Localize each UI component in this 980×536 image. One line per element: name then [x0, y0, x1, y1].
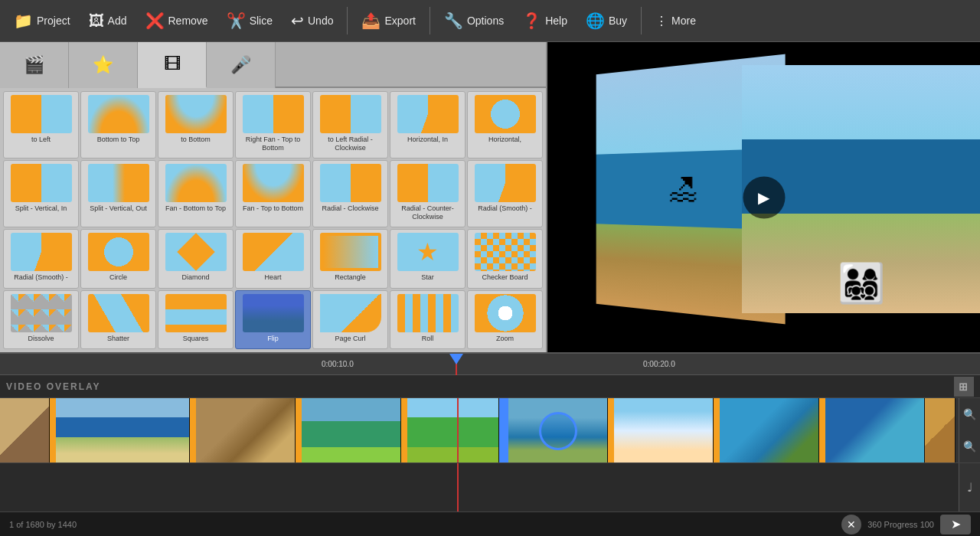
transition-horiz-in[interactable]: Horizontal, In	[390, 91, 466, 159]
playhead-handle[interactable]	[449, 354, 463, 364]
transition-flip[interactable]: Flip	[235, 290, 311, 349]
clip-4[interactable]	[302, 398, 401, 463]
transition-horiz-out[interactable]: Horizontal,	[467, 91, 543, 159]
timeline-ruler: 0:00:10.0 0:00:20.0 0:00:10.00:00:20.0	[0, 354, 980, 375]
transition-radial-ccw[interactable]: Radial - Counter-Clockwise	[390, 160, 466, 227]
transition-to-left-radial[interactable]: to Left Radial - Clockwise	[312, 91, 388, 159]
transition-to-left[interactable]: to Left	[3, 91, 79, 159]
buy-icon: 🌐	[586, 11, 605, 30]
transition-heart[interactable]: Heart	[235, 229, 311, 288]
transition-label-checkerboard: Checker Board	[482, 273, 528, 282]
transition-radial-cw[interactable]: Radial - Clockwise	[312, 160, 388, 227]
status-nav-button[interactable]: ➤	[940, 515, 971, 534]
workspace: 🎬 ⭐ 🎞 🎤 to Left Bottom to Top to Bottom	[0, 42, 980, 352]
transition-radial-sm2[interactable]: Radial (Smooth) -	[3, 229, 79, 288]
status-bar: 1 of 1680 by 1440 ✕ 360 Progress 100 ➤	[0, 511, 980, 536]
zoom-out-video[interactable]: 🔍	[962, 439, 978, 454]
transition-radial-sm[interactable]: Radial (Smooth) -	[467, 160, 543, 227]
audio-right-controls: ♩	[959, 463, 980, 511]
add-button[interactable]: 🖼 Add	[81, 8, 135, 34]
transition-label-squares: Squares	[183, 335, 209, 343]
transition-label-fan-bottom-top: Fan - Bottom to Top	[165, 204, 226, 213]
transition-thumb-radial-cw	[320, 164, 381, 202]
clip-transition-6	[608, 398, 614, 463]
overlay-icon[interactable]: ⊞	[954, 377, 974, 397]
transition-thumb-squares	[165, 294, 227, 332]
clip-6[interactable]	[508, 398, 608, 463]
transition-checkerboard[interactable]: Checker Board	[467, 229, 543, 288]
transition-thumb-to-bottom	[165, 95, 227, 133]
transition-diamond[interactable]: Diamond	[158, 229, 234, 288]
audio-notes-button[interactable]: ♩	[967, 480, 973, 495]
track-right-controls: 🔍 🔍	[959, 398, 980, 462]
transition-split-v-in[interactable]: Split - Vertical, In	[3, 160, 79, 227]
slice-button[interactable]: ✂️ Slice	[219, 7, 280, 34]
transition-label-diamond: Diamond	[181, 273, 209, 282]
clip-10[interactable]	[925, 398, 956, 463]
transition-thumb-radial-ccw	[397, 164, 459, 202]
transition-roll[interactable]: Roll	[390, 290, 466, 349]
zoom-in-video[interactable]: 🔍	[962, 407, 978, 422]
clip-7[interactable]	[614, 398, 714, 463]
transition-label-split-v-in: Split - Vertical, In	[15, 204, 67, 213]
transition-label-shatter: Shatter	[107, 335, 129, 343]
options-button[interactable]: 🔧 Options	[436, 7, 511, 34]
transition-pagecurl[interactable]: Page Curl	[312, 290, 388, 349]
toolbar: 📁 Project 🖼 Add ❌ Remove ✂️ Slice ↩ Undo…	[0, 0, 980, 42]
transition-thumb-fan-top-bottom2	[243, 164, 304, 202]
flip-effect-indicator	[539, 412, 577, 450]
help-label: Help	[545, 15, 567, 27]
separator-2	[430, 7, 430, 34]
tab-transitions[interactable]: 🎞	[138, 42, 207, 88]
transition-shatter[interactable]: Shatter	[80, 290, 156, 349]
tab-favorites[interactable]: ⭐	[69, 42, 138, 88]
transition-dissolve[interactable]: Dissolve	[3, 290, 79, 349]
more-button[interactable]: ⋮ More	[648, 9, 704, 33]
transition-fan-top-bottom[interactable]: Right Fan - Top to Bottom	[235, 91, 311, 159]
tab-audio[interactable]: 🎤	[207, 42, 276, 88]
status-close-button[interactable]: ✕	[841, 515, 861, 534]
transition-label-star: Star	[421, 273, 434, 282]
clip-3[interactable]	[196, 398, 296, 463]
transition-thumb-heart	[243, 233, 304, 271]
undo-button[interactable]: ↩ Undo	[283, 7, 341, 34]
transition-thumb-horiz-in	[397, 95, 459, 133]
playhead-ruler	[456, 354, 457, 375]
transition-squares[interactable]: Squares	[158, 290, 234, 349]
clip-9[interactable]	[825, 398, 925, 463]
transition-label-horiz-out: Horizontal,	[488, 136, 521, 144]
remove-button[interactable]: ❌ Remove	[138, 7, 216, 34]
transition-to-bottom[interactable]: to Bottom	[158, 91, 234, 159]
clip-8[interactable]	[720, 398, 819, 463]
transition-bottom-to-top[interactable]: Bottom to Top	[80, 91, 156, 159]
clip-5[interactable]	[407, 398, 499, 463]
tab-media[interactable]: 🎬	[0, 42, 69, 88]
transition-star[interactable]: ★ Star	[390, 229, 466, 288]
project-button[interactable]: 📁 Project	[6, 7, 78, 34]
transition-label-radial-sm2: Radial (Smooth) -	[14, 273, 68, 282]
transition-thumb-pagecurl	[320, 294, 381, 332]
buy-button[interactable]: 🌐 Buy	[578, 7, 635, 34]
transition-thumb-split-v-out	[88, 164, 149, 202]
buy-label: Buy	[609, 15, 627, 27]
clip-1[interactable]	[0, 398, 50, 463]
clip-2[interactable]	[56, 398, 190, 463]
status-right: 360 Progress 100	[867, 520, 934, 529]
export-button[interactable]: 📤 Export	[354, 7, 423, 34]
status-left: 1 of 1680 by 1440	[9, 520, 77, 529]
video-track[interactable]: 🔍 🔍	[0, 398, 980, 463]
export-icon: 📤	[361, 11, 381, 30]
transition-split-v-out[interactable]: Split - Vertical, Out	[80, 160, 156, 227]
transition-rectangle[interactable]: Rectangle	[312, 229, 388, 288]
transition-fan-bottom-top[interactable]: Fan - Bottom to Top	[158, 160, 234, 227]
transition-label-dissolve: Dissolve	[28, 335, 54, 343]
clip-transition-5	[499, 398, 508, 463]
play-button[interactable]: ▶	[743, 176, 785, 218]
transition-circle[interactable]: Circle	[80, 229, 156, 288]
transition-zoom[interactable]: Zoom	[467, 290, 543, 349]
help-button[interactable]: ❓ Help	[514, 7, 575, 34]
transition-fan-top-bottom2[interactable]: Fan - Top to Bottom	[235, 160, 311, 227]
clip-transition-2	[190, 398, 196, 463]
transition-thumb-star: ★	[397, 233, 459, 271]
svg-rect-0	[0, 463, 959, 509]
